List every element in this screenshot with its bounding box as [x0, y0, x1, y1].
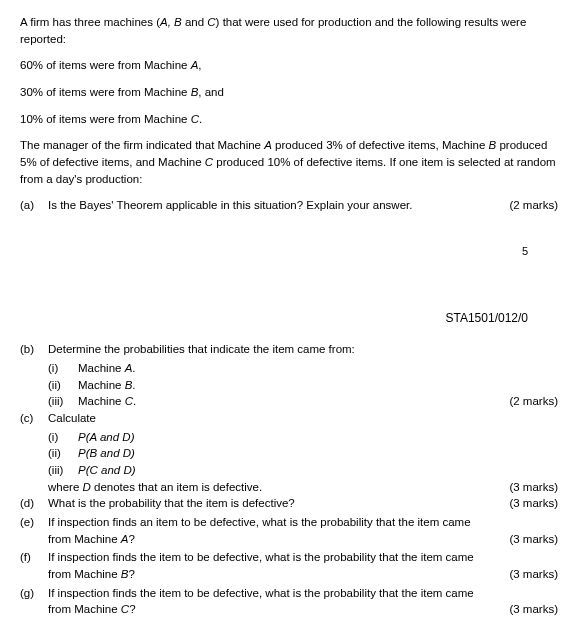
question-f-label: (f) [20, 549, 48, 582]
question-g-marks: (3 marks) [509, 601, 558, 618]
question-b-i: (i) Machine A. [48, 360, 558, 377]
course-code: STA1501/012/0 [20, 310, 558, 327]
question-g-label: (g) [20, 585, 48, 618]
question-a-marks: (2 marks) [509, 197, 558, 214]
question-e-marks: (3 marks) [509, 531, 558, 548]
question-d: (d) What is the probability that the ite… [20, 495, 558, 512]
question-b-ii: (ii) Machine B. [48, 377, 558, 394]
question-e-label: (e) [20, 514, 48, 547]
question-f: (f) If inspection finds the item to be d… [20, 549, 558, 582]
question-c-where: where D denotes that an item is defectiv… [48, 479, 558, 496]
question-d-label: (d) [20, 495, 48, 512]
machine-b-percent: 30% of items were from Machine B, and [20, 84, 558, 101]
question-c-ii: (ii) P(B and D) [48, 445, 558, 462]
question-g: (g) If inspection finds the item to be d… [20, 585, 558, 618]
question-b-marks: (2 marks) [509, 393, 558, 410]
question-d-marks: (3 marks) [509, 495, 558, 512]
machine-c-percent: 10% of items were from Machine C. [20, 111, 558, 128]
question-a: (a) Is the Bayes' Theorem applicable in … [20, 197, 558, 214]
question-f-marks: (3 marks) [509, 566, 558, 583]
question-b: (b) Determine the probabilities that ind… [20, 341, 558, 358]
question-e: (e) If inspection finds an item to be de… [20, 514, 558, 547]
question-c-marks: (3 marks) [509, 479, 558, 496]
question-b-label: (b) [20, 341, 48, 358]
machine-a-percent: 60% of items were from Machine A, [20, 57, 558, 74]
question-a-label: (a) [20, 197, 48, 214]
question-c: (c) Calculate [20, 410, 558, 427]
intro-paragraph: A firm has three machines (A, B and C) t… [20, 14, 558, 47]
question-c-iii: (iii) P(C and D) [48, 462, 558, 479]
question-c-label: (c) [20, 410, 48, 427]
question-b-iii: (iii) Machine C. (2 marks) [48, 393, 558, 410]
question-c-i: (i) P(A and D) [48, 429, 558, 446]
page-number: 5 [20, 244, 558, 260]
manager-paragraph: The manager of the firm indicated that M… [20, 137, 558, 187]
